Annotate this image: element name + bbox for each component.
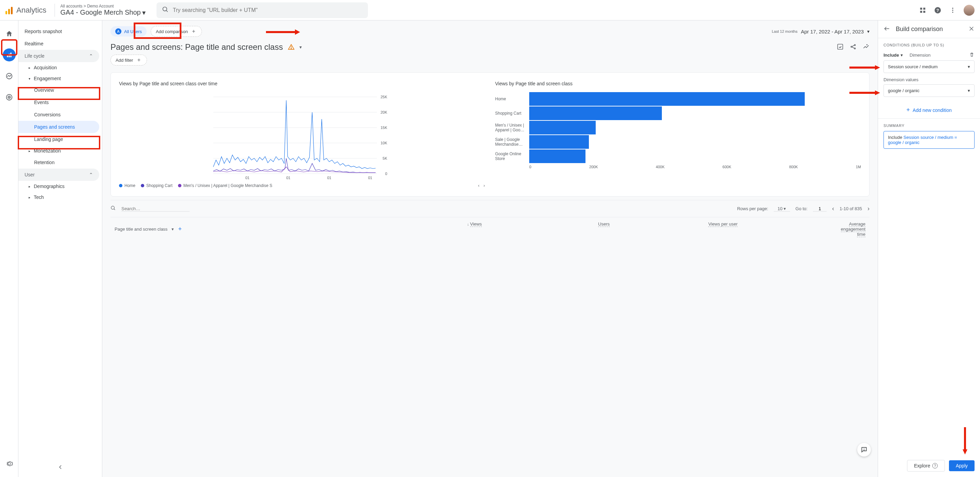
- warning-icon[interactable]: [288, 44, 294, 51]
- sidebar-acquisition[interactable]: ▸Acquisition: [18, 62, 102, 73]
- svg-text:0: 0: [385, 172, 387, 176]
- svg-text:10K: 10K: [380, 141, 387, 145]
- rail-home-icon[interactable]: [3, 27, 16, 40]
- close-icon[interactable]: [969, 26, 975, 33]
- feedback-fab[interactable]: [857, 443, 871, 456]
- caret-right-icon: ▸: [29, 66, 30, 70]
- col-views[interactable]: ↓ Views: [358, 222, 486, 237]
- conditions-label: Conditions (Build up to 5): [883, 43, 975, 47]
- sidebar-pages-screens[interactable]: Pages and screens: [18, 121, 99, 133]
- col-page-title[interactable]: Page title and screen class: [115, 227, 167, 232]
- plus-icon: +: [136, 57, 142, 63]
- svg-text:25K: 25K: [380, 95, 387, 99]
- breadcrumb: All accounts > Demo Account: [60, 4, 146, 8]
- include-toggle[interactable]: Include ▾: [883, 53, 903, 57]
- caret-right-icon: ▸: [29, 196, 30, 199]
- more-vert-icon[interactable]: [949, 6, 957, 14]
- rail-advertising-icon[interactable]: [3, 91, 16, 104]
- svg-text:?: ?: [936, 8, 939, 13]
- account-selector[interactable]: All accounts > Demo Account GA4 - Google…: [54, 4, 146, 17]
- sidebar-tech[interactable]: ▸Tech: [18, 192, 102, 203]
- delete-icon[interactable]: [969, 52, 975, 58]
- sidebar-realtime[interactable]: Realtime: [18, 38, 102, 50]
- svg-point-29: [867, 45, 867, 45]
- apps-icon[interactable]: [919, 6, 927, 14]
- svg-rect-12: [8, 54, 10, 57]
- sidebar-events[interactable]: Events: [18, 96, 102, 108]
- insights-icon[interactable]: [863, 43, 870, 51]
- sidebar-overview[interactable]: Overview: [18, 84, 102, 96]
- brand-name: Analytics: [16, 6, 46, 15]
- goto-input[interactable]: [813, 206, 827, 212]
- sidebar-retention[interactable]: Retention: [18, 156, 102, 169]
- chip-all-users[interactable]: AAll Users: [110, 26, 146, 37]
- caret-down-icon[interactable]: ▾: [299, 45, 302, 50]
- collapse-sidebar-icon[interactable]: [57, 464, 64, 472]
- sidebar-engagement[interactable]: ▾Engagement: [18, 73, 102, 84]
- avatar[interactable]: [964, 5, 975, 16]
- svg-rect-2: [920, 8, 923, 10]
- table-search-input[interactable]: [121, 206, 189, 212]
- add-column-icon[interactable]: +: [178, 225, 182, 233]
- chart-legend: Home Shopping Cart Men's / Unisex | Appa…: [119, 183, 485, 188]
- svg-line-27: [852, 45, 854, 46]
- add-comparison-button[interactable]: Add comparison+: [151, 26, 202, 37]
- breadcrumb-demo[interactable]: Demo Account: [87, 4, 113, 8]
- summary-label: Summary: [883, 123, 975, 128]
- back-icon[interactable]: [883, 25, 890, 33]
- svg-text:01: 01: [245, 176, 249, 180]
- add-condition-button[interactable]: +Add new condition: [878, 102, 980, 118]
- search-input[interactable]: [173, 7, 363, 13]
- col-vpu[interactable]: Views per user: [614, 222, 741, 237]
- help-icon[interactable]: ?: [934, 6, 942, 14]
- svg-line-28: [852, 47, 854, 48]
- breadcrumb-accounts[interactable]: All accounts: [60, 4, 83, 8]
- legend-prev-icon[interactable]: ‹: [478, 183, 479, 188]
- svg-point-24: [851, 46, 852, 47]
- sidebar-monetization[interactable]: ▸Monetization: [18, 145, 102, 156]
- sidebar-lifecycle[interactable]: Life cycle⌃: [18, 50, 99, 62]
- legend-next-icon[interactable]: ›: [484, 183, 485, 188]
- date-preset: Last 12 months: [772, 29, 797, 34]
- col-aet[interactable]: Averageengagementtime: [741, 222, 870, 237]
- search-icon: [162, 6, 169, 14]
- svg-text:15K: 15K: [380, 126, 387, 130]
- svg-text:Jan: Jan: [326, 180, 332, 180]
- dimension-values-select[interactable]: google / organic▾: [883, 84, 975, 97]
- search-bar[interactable]: [156, 2, 368, 18]
- svg-marker-58: [875, 65, 880, 70]
- sidebar-conversions[interactable]: Conversions: [18, 108, 102, 121]
- date-range-picker[interactable]: Last 12 months Apr 17, 2022 - Apr 17, 20…: [772, 29, 870, 35]
- col-users[interactable]: Users: [486, 222, 614, 237]
- rail-reports-icon[interactable]: [3, 48, 16, 61]
- page-prev-icon[interactable]: ‹: [832, 205, 834, 212]
- caret-down-icon[interactable]: ▾: [172, 227, 174, 232]
- caret-down-icon: ▾: [867, 29, 870, 34]
- sidebar-user[interactable]: User⌃: [18, 169, 99, 181]
- rail-explore-icon[interactable]: [3, 70, 16, 83]
- sidebar-demographics[interactable]: ▸Demographics: [18, 181, 102, 192]
- rows-per-page-select[interactable]: 10 ▾: [774, 206, 790, 212]
- page-next-icon[interactable]: ›: [867, 205, 870, 212]
- sidebar-reports-snapshot[interactable]: Reports snapshot: [18, 25, 102, 38]
- svg-text:Oct: Oct: [286, 180, 291, 180]
- svg-point-25: [854, 45, 855, 45]
- annotation-arrow: [266, 28, 300, 36]
- customize-icon[interactable]: [837, 43, 843, 51]
- property-name[interactable]: GA4 - Google Merch Shop▾: [60, 8, 146, 17]
- explore-button[interactable]: Explore?: [907, 460, 945, 472]
- svg-rect-4: [920, 11, 923, 13]
- apply-button[interactable]: Apply: [949, 460, 975, 471]
- rail-settings-icon[interactable]: [3, 457, 16, 470]
- svg-line-1: [166, 11, 167, 12]
- help-icon: ?: [932, 463, 938, 469]
- sidebar-landing[interactable]: Landing page: [18, 133, 102, 145]
- add-filter-button[interactable]: Add filter+: [110, 54, 147, 65]
- annotation-arrow: [962, 427, 969, 455]
- dimension-select[interactable]: Session source / medium▾: [883, 61, 975, 73]
- svg-rect-11: [7, 55, 8, 57]
- main-content: AAll Users Add comparison+ Last 12 month…: [102, 21, 878, 477]
- share-icon[interactable]: [850, 43, 857, 51]
- caret-down-icon: ▾: [968, 88, 970, 93]
- svg-line-51: [114, 209, 115, 210]
